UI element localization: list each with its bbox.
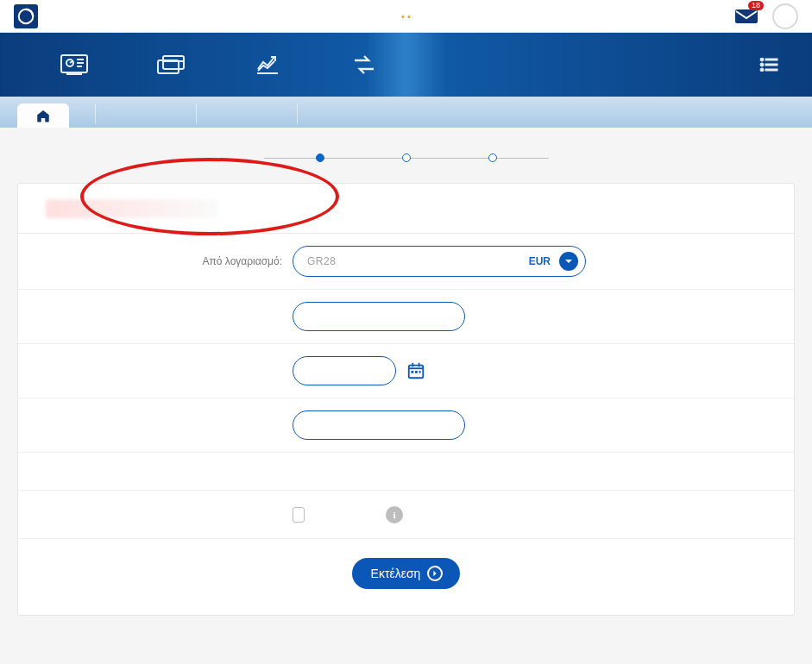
svg-rect-7 xyxy=(765,59,777,60)
bank-logo[interactable] xyxy=(14,4,38,28)
header-redacted xyxy=(46,199,218,218)
divider xyxy=(196,103,197,124)
account-currency: EUR xyxy=(529,255,551,267)
calendar-button[interactable] xyxy=(406,361,425,380)
from-account-select[interactable]: GR28 EUR xyxy=(293,246,586,277)
row-from-account: Από λογαριασμό: GR28 EUR xyxy=(18,234,794,290)
home-icon xyxy=(35,108,51,123)
messages-count-badge: 18 xyxy=(748,1,764,10)
svg-rect-5 xyxy=(163,56,184,69)
step-1 xyxy=(316,153,324,162)
execute-button-label: Εκτέλεση xyxy=(371,567,421,580)
chevron-down-icon xyxy=(559,252,578,271)
menu-icon xyxy=(759,58,778,72)
cards-icon xyxy=(156,53,186,76)
card-header xyxy=(18,184,794,234)
svg-rect-17 xyxy=(419,371,421,373)
svg-rect-15 xyxy=(412,371,414,373)
nav-investments[interactable] xyxy=(219,33,316,97)
submit-row: Εκτέλεση xyxy=(18,539,794,615)
row-payee xyxy=(18,290,794,344)
svg-point-10 xyxy=(760,68,764,72)
sub-navigation xyxy=(0,97,812,128)
top-center-indicator: • • xyxy=(401,11,411,22)
account-number-preview: GR28 xyxy=(307,255,336,267)
svg-rect-13 xyxy=(412,363,413,367)
transfer-arrows-icon xyxy=(351,54,377,75)
progress-stepper xyxy=(0,128,812,183)
nav-dashboard[interactable] xyxy=(26,33,123,97)
divider xyxy=(95,103,96,124)
subnav-home-tab[interactable] xyxy=(17,103,69,128)
info-icon: i xyxy=(393,510,395,520)
from-account-label: Από λογαριασμό: xyxy=(42,255,293,267)
svg-rect-11 xyxy=(765,69,777,71)
execute-button[interactable]: Εκτέλεση xyxy=(352,558,461,589)
top-bar: • • 18 xyxy=(0,0,812,33)
main-navigation xyxy=(0,33,812,97)
messages-button[interactable]: 18 xyxy=(734,8,758,25)
nav-cards[interactable] xyxy=(123,33,219,97)
user-avatar[interactable] xyxy=(772,3,798,29)
row-spacer xyxy=(18,453,794,491)
amount-input[interactable] xyxy=(293,410,465,440)
step-2 xyxy=(402,153,411,162)
dashboard-icon xyxy=(60,53,89,77)
envelope-icon xyxy=(734,8,758,25)
chevron-right-icon xyxy=(427,566,443,581)
row-amount xyxy=(18,398,794,453)
divider xyxy=(297,103,298,124)
payment-form-card: Από λογαριασμό: GR28 EUR xyxy=(17,183,795,616)
svg-rect-4 xyxy=(158,60,179,73)
nav-transfers[interactable] xyxy=(316,33,412,97)
payee-input[interactable] xyxy=(293,302,465,331)
svg-point-8 xyxy=(760,63,764,66)
info-button[interactable]: i xyxy=(386,506,403,523)
date-input[interactable] xyxy=(293,356,396,385)
svg-rect-16 xyxy=(415,371,418,373)
options-select[interactable] xyxy=(293,507,305,523)
step-3 xyxy=(488,153,497,162)
svg-rect-9 xyxy=(765,64,777,66)
row-options: i xyxy=(18,491,794,539)
svg-point-6 xyxy=(760,58,764,61)
svg-rect-1 xyxy=(735,9,758,23)
chart-line-icon xyxy=(255,53,280,76)
row-date xyxy=(18,344,794,398)
calendar-icon xyxy=(406,361,425,380)
svg-rect-14 xyxy=(419,363,420,367)
nav-menu-button[interactable] xyxy=(752,58,786,72)
